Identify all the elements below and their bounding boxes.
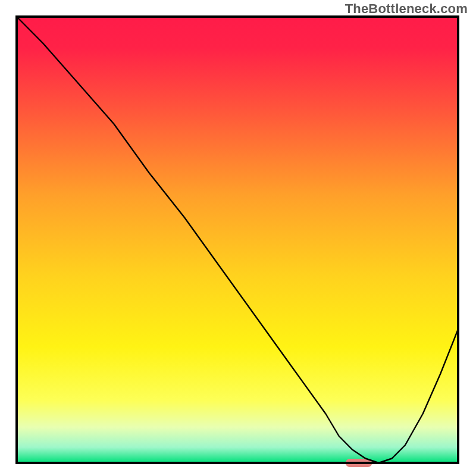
watermark-text: TheBottleneck.com xyxy=(345,1,468,17)
chart-canvas xyxy=(0,0,476,476)
svg-rect-0 xyxy=(17,17,458,463)
